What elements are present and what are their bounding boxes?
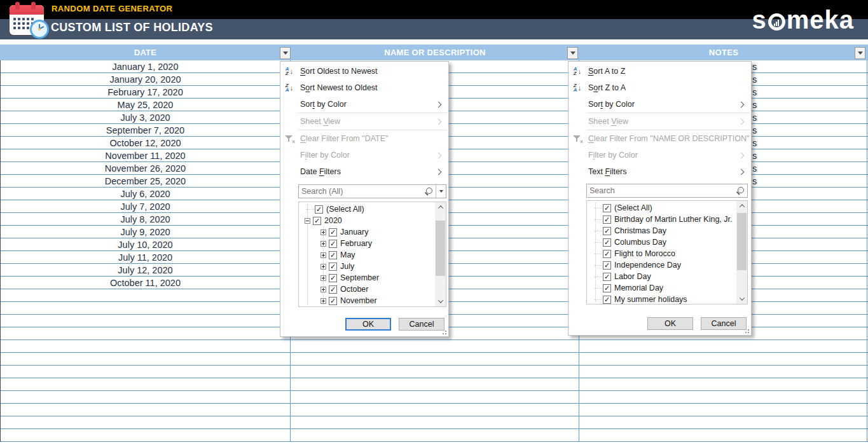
notes-cell[interactable] <box>579 416 868 428</box>
date-cell[interactable] <box>0 366 291 378</box>
scroll-down-arrow-icon[interactable] <box>736 294 747 304</box>
date-cell[interactable] <box>0 353 291 365</box>
name-cell[interactable] <box>291 340 579 352</box>
filter-list-item-labor-day[interactable]: Labor Day <box>587 271 736 282</box>
filter-list-item-flight-to-morocco[interactable]: Flight to Morocco <box>587 248 736 259</box>
date-cell[interactable] <box>0 289 291 301</box>
checked-checkbox-icon[interactable] <box>329 297 337 305</box>
date-cell[interactable] <box>0 327 291 339</box>
filter-list-item-independence-day[interactable]: Independence Day <box>587 259 736 271</box>
filter-list-item-2020[interactable]: 2020 <box>299 215 435 226</box>
filter-list-item-birthday-of-martin-luther-king-jr[interactable]: Birthday of Martin Luther King, Jr. <box>587 214 736 225</box>
notes-cell[interactable] <box>579 404 868 416</box>
filter-list-item-july[interactable]: July <box>299 261 435 272</box>
filter-list-item-columbus-day[interactable]: Columbus Day <box>587 236 736 248</box>
checked-checkbox-icon[interactable] <box>603 261 611 270</box>
date-cell[interactable]: January 20, 2020 <box>0 73 291 85</box>
date-cell[interactable]: October 12, 2020 <box>0 137 291 149</box>
name-cell[interactable] <box>291 391 579 403</box>
name-cell[interactable] <box>291 366 579 378</box>
date-cell[interactable]: November 11, 2020 <box>0 149 291 161</box>
ok-button[interactable]: OK <box>345 318 391 331</box>
cancel-button[interactable]: Cancel <box>701 317 747 330</box>
filter-list-item-october[interactable]: October <box>299 284 435 295</box>
checked-checkbox-icon[interactable] <box>603 273 611 281</box>
checked-checkbox-icon[interactable] <box>603 227 611 235</box>
checked-checkbox-icon[interactable] <box>329 285 337 294</box>
menu-item-sort-a-to-z[interactable]: Sort A to Z <box>568 63 751 79</box>
plus-expander-icon[interactable] <box>320 252 326 258</box>
date-cell[interactable]: July 7, 2020 <box>0 200 291 212</box>
name-cell[interactable] <box>291 353 579 365</box>
search-input[interactable] <box>299 187 425 196</box>
notes-cell[interactable] <box>579 429 868 441</box>
plus-expander-icon[interactable] <box>320 229 326 235</box>
checked-checkbox-icon[interactable] <box>329 263 337 271</box>
filter-list-item-january[interactable]: January <box>299 226 435 238</box>
date-cell[interactable]: September 7, 2020 <box>0 124 291 136</box>
notes-cell[interactable] <box>579 378 868 390</box>
date-cell[interactable] <box>0 315 291 327</box>
menu-item-sort-newest-to-oldest[interactable]: Sort Newest to Oldest <box>280 79 448 96</box>
search-scope-dropdown[interactable] <box>436 185 446 198</box>
notes-cell[interactable] <box>579 353 868 365</box>
date-cell[interactable]: July 6, 2020 <box>0 188 291 200</box>
checked-checkbox-icon[interactable] <box>329 240 337 248</box>
checked-checkbox-icon[interactable] <box>603 238 611 247</box>
plus-expander-icon[interactable] <box>320 287 326 292</box>
filter-list-item-christmas-day[interactable]: Christmas Day <box>587 225 736 236</box>
checked-checkbox-icon[interactable] <box>603 250 611 258</box>
notes-cell[interactable] <box>579 340 868 352</box>
filter-list-item-memorial-day[interactable]: Memorial Day <box>587 282 736 294</box>
resize-grip[interactable] <box>744 328 749 333</box>
date-cell[interactable]: November 26, 2020 <box>0 162 291 174</box>
checked-checkbox-icon[interactable] <box>603 284 611 292</box>
name-cell[interactable] <box>291 416 579 428</box>
date-cell[interactable] <box>0 302 291 314</box>
date-cell[interactable] <box>0 416 291 428</box>
date-cell[interactable]: May 25, 2020 <box>0 99 291 111</box>
filter-list-item-may[interactable]: May <box>299 249 435 261</box>
checked-checkbox-icon[interactable] <box>329 228 337 236</box>
checked-checkbox-icon[interactable] <box>329 274 337 282</box>
checked-checkbox-icon[interactable] <box>603 296 611 304</box>
date-cell[interactable]: July 12, 2020 <box>0 264 291 276</box>
notes-filter-button[interactable] <box>855 47 865 59</box>
filter-list-item-november[interactable]: November <box>299 295 435 306</box>
scrollbar-thumb[interactable] <box>737 213 747 270</box>
checked-checkbox-icon[interactable] <box>313 217 321 225</box>
date-cell[interactable] <box>0 404 291 416</box>
date-cell[interactable]: July 10, 2020 <box>0 238 291 250</box>
scrollbar-thumb[interactable] <box>436 221 445 276</box>
scroll-down-arrow-icon[interactable] <box>435 296 446 306</box>
date-cell[interactable]: October 11, 2020 <box>0 277 291 289</box>
filter-list-item-february[interactable]: February <box>299 238 435 249</box>
date-cell[interactable]: January 1, 2020 <box>0 60 291 72</box>
menu-item-date-filters[interactable]: Date Filters <box>280 163 448 180</box>
menu-item-sort-by-color[interactable]: Sort by Color <box>280 96 448 113</box>
date-cell[interactable]: July 8, 2020 <box>0 213 291 225</box>
name-cell[interactable] <box>291 404 579 416</box>
resize-grip[interactable] <box>441 329 446 334</box>
notes-cell[interactable] <box>579 391 868 403</box>
checked-checkbox-icon[interactable] <box>329 251 337 259</box>
menu-item-sort-z-to-a[interactable]: Sort Z to A <box>568 79 751 96</box>
plus-expander-icon[interactable] <box>320 298 326 304</box>
filter-list-item-my-summer-holidays[interactable]: My summer holidays <box>587 294 736 304</box>
menu-item-sort-by-color[interactable]: Sort by Color <box>568 96 751 113</box>
cancel-button[interactable]: Cancel <box>399 318 444 331</box>
scroll-up-arrow-icon[interactable] <box>736 201 747 211</box>
plus-expander-icon[interactable] <box>320 241 326 247</box>
scrollbar[interactable] <box>736 201 747 304</box>
date-filter-button[interactable] <box>280 47 291 59</box>
date-cell[interactable]: July 11, 2020 <box>0 251 291 263</box>
name-cell[interactable] <box>291 429 579 441</box>
filter-list-item-select-all[interactable]: (Select All) <box>299 203 435 215</box>
menu-item-sort-oldest-to-newest[interactable]: Sort Oldest to Newest <box>280 63 448 79</box>
date-cell[interactable] <box>0 378 291 390</box>
checked-checkbox-icon[interactable] <box>603 216 611 224</box>
date-cell[interactable]: July 9, 2020 <box>0 226 291 238</box>
date-cell[interactable]: July 3, 2020 <box>0 111 291 123</box>
filter-list-item-select-all[interactable]: (Select All) <box>587 202 736 214</box>
minus-expander-icon[interactable] <box>305 218 310 224</box>
